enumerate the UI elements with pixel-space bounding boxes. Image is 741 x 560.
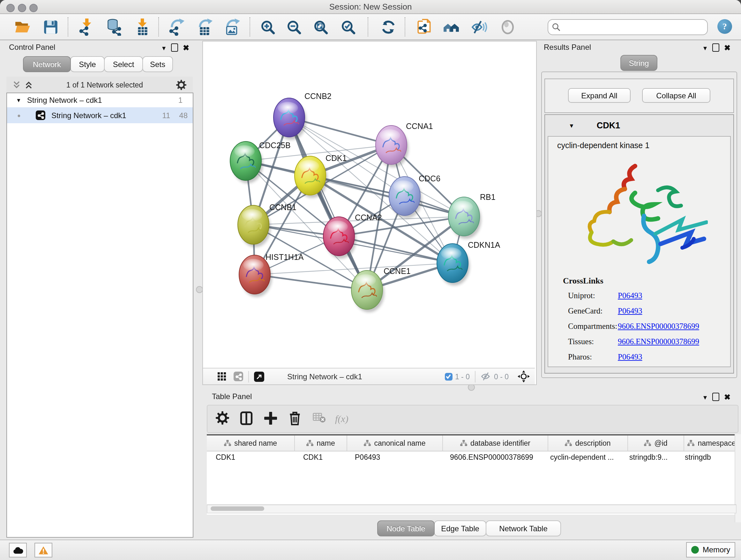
- network-node-HIST1H1A[interactable]: HIST1H1A: [239, 253, 304, 297]
- protein-structure-image: [574, 154, 708, 276]
- tab-string[interactable]: String: [620, 55, 657, 71]
- table-options-gear-icon[interactable]: [212, 409, 232, 428]
- table-row[interactable]: CDK1CDK1P064939606.ENSP00000378699cyclin…: [207, 451, 735, 463]
- network-node-CDKN1A[interactable]: CDKN1A: [437, 240, 500, 286]
- table-cell[interactable]: stringdb: [680, 451, 735, 463]
- table-cell[interactable]: 9606.ENSP00000378699: [441, 451, 546, 463]
- grid-view-icon[interactable]: [218, 372, 226, 381]
- table-cell[interactable]: stringdb:9...: [625, 451, 680, 463]
- table-cell[interactable]: P06493: [346, 451, 441, 463]
- network-edge[interactable]: [310, 176, 464, 216]
- network-graph[interactable]: CCNB2CCNA1CDC25BCDK1CDC6RB1CCNB1CCNA2CDK…: [203, 42, 535, 367]
- section-expanded-icon[interactable]: ▼: [569, 122, 575, 129]
- panel-menu-icon[interactable]: ▾: [162, 44, 165, 51]
- table-horizontal-scrollbar[interactable]: [207, 504, 737, 513]
- zoom-selected-icon[interactable]: [340, 18, 357, 36]
- create-column-plus-icon[interactable]: [261, 409, 280, 428]
- protein-section-header[interactable]: ▼ CDK1: [545, 115, 733, 136]
- detach-view-icon[interactable]: [254, 371, 264, 381]
- delete-column-trash-icon[interactable]: [285, 409, 305, 428]
- cloud-status-button[interactable]: [9, 543, 27, 557]
- table-cell[interactable]: cyclin-dependent ...: [546, 451, 625, 463]
- crosslink-link[interactable]: P06493: [618, 291, 642, 301]
- show-all-eye-icon[interactable]: [499, 18, 516, 36]
- expand-all-icon[interactable]: [24, 80, 33, 89]
- collapse-all-icon[interactable]: [12, 80, 21, 89]
- network-node-RB1[interactable]: RB1: [448, 192, 495, 239]
- tab-network[interactable]: Network: [23, 56, 71, 72]
- node-label-CCNB2: CCNB2: [305, 91, 332, 101]
- zoom-fit-icon[interactable]: [312, 18, 329, 36]
- crosslink-link[interactable]: P06493: [618, 307, 642, 316]
- left-splitter-handle[interactable]: [196, 286, 203, 293]
- panel-menu-icon[interactable]: ▾: [703, 393, 707, 401]
- column-header-description[interactable]: description: [548, 435, 628, 451]
- tab-network-table[interactable]: Network Table: [486, 520, 561, 537]
- selected-counts: 1 - 0: [455, 373, 470, 380]
- column-header-database-identifier[interactable]: database identifier: [443, 435, 548, 451]
- show-columns-icon[interactable]: [237, 409, 256, 428]
- save-session-button[interactable]: [42, 18, 59, 36]
- zoom-in-icon[interactable]: [259, 18, 276, 36]
- table-cell[interactable]: CDK1: [294, 451, 346, 463]
- crosslink-link[interactable]: 9606.ENSP00000378699: [618, 337, 699, 347]
- panel-close-icon[interactable]: ✖: [724, 393, 731, 401]
- tab-node-table[interactable]: Node Table: [377, 520, 434, 537]
- search-field[interactable]: [560, 21, 707, 33]
- memory-button[interactable]: Memory: [686, 542, 735, 557]
- crosslink-link[interactable]: 9606.ENSP00000378699: [618, 322, 699, 331]
- panel-float-icon[interactable]: [712, 44, 719, 52]
- import-network-database-icon[interactable]: [105, 18, 122, 36]
- network-row-selected[interactable]: ● String Network – cdk1 11 48: [7, 107, 193, 123]
- network-collection-row[interactable]: ▼ String Network – cdk1 1: [7, 93, 193, 107]
- column-header-canonical-name[interactable]: canonical name: [347, 435, 443, 451]
- search-input[interactable]: [548, 19, 708, 35]
- birds-eye-view-icon[interactable]: [518, 370, 530, 382]
- scrollbar-thumb[interactable]: [211, 506, 264, 511]
- panel-close-icon[interactable]: ✖: [183, 44, 189, 51]
- string-view-icon[interactable]: [233, 372, 243, 381]
- export-network-icon[interactable]: [168, 18, 185, 36]
- crosslink-link[interactable]: P06493: [618, 353, 642, 362]
- network-node-CCNE1[interactable]: CCNE1: [351, 266, 411, 312]
- apply-layout-icon[interactable]: [380, 18, 397, 36]
- panel-float-icon[interactable]: [712, 393, 719, 401]
- table-cell[interactable]: CDK1: [207, 451, 294, 463]
- hide-selection-eye-slash-icon[interactable]: [470, 18, 488, 36]
- open-session-button[interactable]: [14, 18, 31, 36]
- network-node-CDC6[interactable]: CDC6: [389, 174, 441, 219]
- panel-menu-icon[interactable]: ▾: [703, 44, 707, 51]
- tab-select[interactable]: Select: [104, 56, 143, 72]
- clone-network-icon[interactable]: [416, 18, 433, 36]
- expand-all-button[interactable]: Expand All: [568, 88, 630, 103]
- import-network-file-icon[interactable]: [77, 18, 94, 36]
- network-canvas[interactable]: CCNB2CCNA1CDC25BCDK1CDC6RB1CCNB1CCNA2CDK…: [203, 42, 535, 367]
- tree-expanded-icon[interactable]: ▼: [16, 97, 21, 104]
- tab-style[interactable]: Style: [70, 56, 105, 72]
- column-header-namespace[interactable]: namespace: [684, 435, 740, 451]
- column-header-shared-name[interactable]: shared name: [207, 435, 295, 451]
- network-options-gear-icon[interactable]: [176, 79, 186, 90]
- zoom-out-icon[interactable]: [285, 18, 302, 36]
- selected-checkbox-icon[interactable]: [445, 373, 453, 380]
- first-neighbors-icon[interactable]: [443, 18, 460, 36]
- node-label-CCNA1: CCNA1: [406, 122, 433, 131]
- tab-edge-table[interactable]: Edge Table: [434, 520, 486, 537]
- crosslink-label: GeneCard:: [568, 307, 618, 316]
- crosslink-label: Uniprot:: [568, 291, 618, 301]
- tab-sets[interactable]: Sets: [142, 56, 173, 72]
- panel-float-icon[interactable]: [171, 44, 178, 52]
- panel-close-icon[interactable]: ✖: [724, 44, 731, 51]
- export-table-icon[interactable]: [196, 18, 213, 36]
- delete-table-icon-disabled: [310, 409, 329, 428]
- help-button[interactable]: ?: [718, 19, 732, 34]
- collapse-all-button[interactable]: Collapse All: [642, 88, 711, 103]
- export-image-icon[interactable]: [223, 18, 241, 36]
- network-node-CCNA1[interactable]: CCNA1: [376, 122, 433, 167]
- network-node-CCNB1[interactable]: CCNB1: [238, 203, 296, 247]
- import-table-file-icon[interactable]: [133, 18, 151, 36]
- column-header-name[interactable]: name: [295, 435, 347, 451]
- network-node-CCNB2[interactable]: CCNB2: [273, 91, 332, 140]
- warning-status-button[interactable]: [35, 543, 52, 557]
- column-header--id[interactable]: @id: [628, 435, 684, 451]
